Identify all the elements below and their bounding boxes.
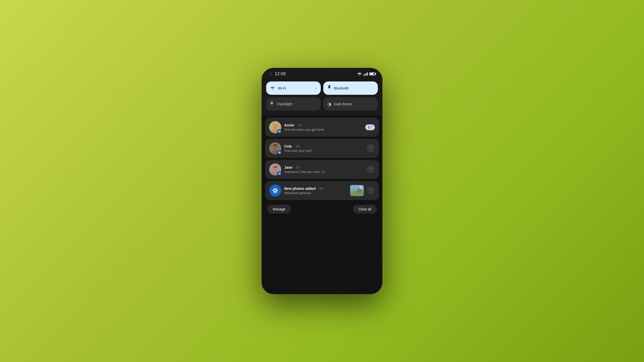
bluetooth-tile[interactable]: Bluetooth: [323, 81, 378, 95]
jane-actions: ˅: [367, 165, 375, 173]
notification-jane[interactable]: ✉ Jane · 2m Awesome! See you soon :O ˅: [265, 160, 379, 179]
cole-avatar-wrap: ✉: [269, 142, 281, 154]
status-bar: 12:00: [262, 68, 382, 78]
wifi-tile-icon: [270, 85, 275, 91]
camera-dot: [269, 72, 272, 76]
photos-actions: ˅: [367, 187, 375, 195]
flashlight-tile[interactable]: Flashlight: [266, 97, 321, 111]
cole-time: 2m: [296, 145, 300, 148]
dark-theme-tile-icon: ◑: [327, 101, 331, 107]
signal-icon: [363, 72, 368, 76]
dark-theme-tile[interactable]: ◑ Dark theme: [323, 97, 378, 111]
cole-chevron-icon: ˅: [370, 147, 372, 150]
photos-message: Weekend getaway: [284, 191, 347, 195]
jane-message: Awesome! See you soon :O: [284, 170, 364, 174]
status-icons: [357, 72, 375, 76]
svg-point-19: [269, 185, 281, 197]
annie-app-badge: ✉: [277, 129, 282, 134]
cole-chevron-button[interactable]: ˅: [367, 144, 375, 152]
wifi-tile[interactable]: Wi-Fi ›: [266, 81, 321, 95]
phone-screen: 12:00: [262, 68, 382, 294]
notification-annie[interactable]: ✉ Annie · 2m Text me when you get here! …: [265, 118, 379, 137]
jane-avatar-wrap: ✉: [269, 163, 281, 175]
annie-message: Text me when you get here!: [284, 128, 362, 131]
dark-theme-tile-label: Dark theme: [334, 102, 352, 106]
annie-time: 2m: [298, 123, 302, 127]
photos-notif-content: New photos added · 5m Weekend getaway: [284, 187, 347, 195]
quick-settings: Wi-Fi › Bluetooth: [262, 78, 382, 116]
jane-chevron-icon: ˅: [370, 168, 372, 171]
status-time: 12:00: [275, 71, 286, 76]
qs-row-1: Wi-Fi › Bluetooth: [266, 81, 378, 95]
annie-notif-content: Annie · 2m Text me when you get here!: [284, 123, 362, 131]
cole-message: How was your trip?: [284, 149, 364, 153]
qs-row-2: Flashlight ◑ Dark theme: [266, 97, 378, 111]
jane-notif-content: Jane · 2m Awesome! See you soon :O: [284, 165, 364, 174]
photos-chevron-icon: ˅: [370, 189, 372, 192]
svg-point-4: [274, 125, 275, 126]
photos-app-icon: [269, 185, 281, 197]
svg-point-5: [276, 125, 277, 126]
flashlight-tile-label: Flashlight: [277, 102, 292, 106]
notifications-list: ✉ Annie · 2m Text me when you get here! …: [262, 116, 382, 294]
cole-name: Cole: [284, 144, 292, 148]
cole-app-badge: ✉: [277, 150, 282, 155]
svg-point-32: [359, 186, 362, 189]
cole-notif-content: Cole · 2m How was your trip?: [284, 144, 364, 153]
annie-avatar-wrap: ✉: [269, 121, 281, 133]
notification-cole[interactable]: ✉ Cole · 2m How was your trip? ˅: [265, 139, 379, 158]
bluetooth-tile-icon: [327, 85, 331, 91]
photos-time: 5m: [319, 187, 324, 190]
jane-chevron-button[interactable]: ˅: [367, 165, 375, 173]
jane-time: 2m: [296, 166, 300, 169]
annie-count-badge[interactable]: 2 ˅: [365, 124, 375, 130]
svg-point-12: [273, 144, 277, 146]
notification-photos[interactable]: New photos added · 5m Weekend getaway: [265, 181, 379, 200]
svg-rect-31: [350, 193, 364, 196]
cole-actions: ˅: [367, 144, 375, 152]
flashlight-tile-icon: [270, 101, 275, 107]
clear-all-button[interactable]: Clear all: [353, 205, 377, 214]
annie-name: Annie: [284, 123, 294, 127]
notification-action-bar: Manage Clear all: [265, 202, 379, 217]
photos-thumbnail: [350, 185, 364, 196]
bluetooth-tile-label: Bluetooth: [334, 86, 349, 90]
wifi-tile-label: Wi-Fi: [278, 86, 286, 90]
jane-app-badge: ✉: [277, 171, 282, 176]
photos-chevron-button[interactable]: ˅: [367, 187, 375, 195]
annie-actions: 2 ˅: [365, 124, 375, 130]
wifi-chevron-icon: ›: [316, 86, 317, 90]
photos-name: New photos added: [284, 187, 315, 191]
phone-shell: 12:00: [262, 68, 382, 294]
wifi-icon: [357, 72, 362, 76]
manage-button[interactable]: Manage: [267, 205, 291, 214]
jane-name: Jane: [284, 165, 292, 169]
battery-icon: [369, 72, 375, 75]
